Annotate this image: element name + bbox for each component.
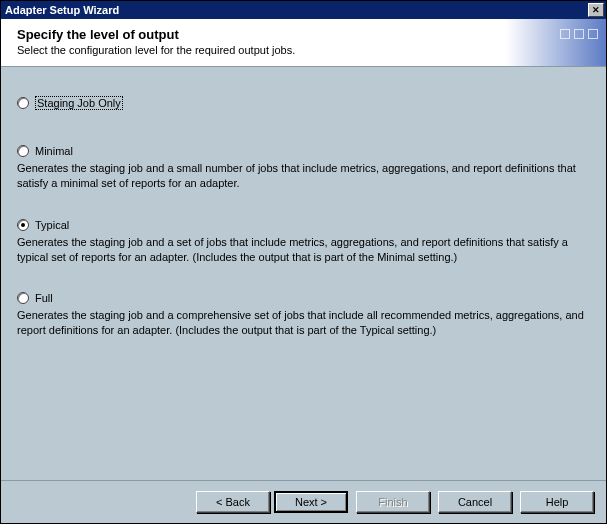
finish-button[interactable]: Finish <box>356 491 430 513</box>
help-button[interactable]: Help <box>520 491 594 513</box>
titlebar: Adapter Setup Wizard ✕ <box>1 1 606 19</box>
radio-minimal[interactable] <box>17 145 29 157</box>
wizard-window: Adapter Setup Wizard ✕ Specify the level… <box>0 0 607 524</box>
desc-full: Generates the staging job and a comprehe… <box>17 308 590 338</box>
radio-full[interactable] <box>17 292 29 304</box>
wizard-footer: < Back Next > Finish Cancel Help <box>1 480 606 523</box>
desc-typical: Generates the staging job and a set of j… <box>17 235 590 265</box>
cancel-button[interactable]: Cancel <box>438 491 512 513</box>
radio-staging-label[interactable]: Staging Job Only <box>35 97 123 109</box>
nav-button-group: < Back Next > <box>196 491 348 513</box>
close-icon: ✕ <box>592 5 600 15</box>
desc-minimal: Generates the staging job and a small nu… <box>17 161 590 191</box>
option-full: Full Generates the staging job and a com… <box>17 292 590 338</box>
header-gradient <box>506 19 606 66</box>
option-staging: Staging Job Only <box>17 97 590 109</box>
back-button[interactable]: < Back <box>196 491 270 513</box>
option-typical: Typical Generates the staging job and a … <box>17 219 590 265</box>
next-button[interactable]: Next > <box>274 491 348 513</box>
radio-full-label[interactable]: Full <box>35 292 53 304</box>
radio-typical-label[interactable]: Typical <box>35 219 69 231</box>
wizard-header: Specify the level of output Select the c… <box>1 19 606 67</box>
option-minimal: Minimal Generates the staging job and a … <box>17 145 590 191</box>
radio-typical[interactable] <box>17 219 29 231</box>
window-title: Adapter Setup Wizard <box>5 4 586 16</box>
header-decoration <box>560 29 598 39</box>
radio-minimal-label[interactable]: Minimal <box>35 145 73 157</box>
close-button[interactable]: ✕ <box>588 3 604 17</box>
wizard-content: Staging Job Only Minimal Generates the s… <box>1 67 606 480</box>
radio-staging[interactable] <box>17 97 29 109</box>
